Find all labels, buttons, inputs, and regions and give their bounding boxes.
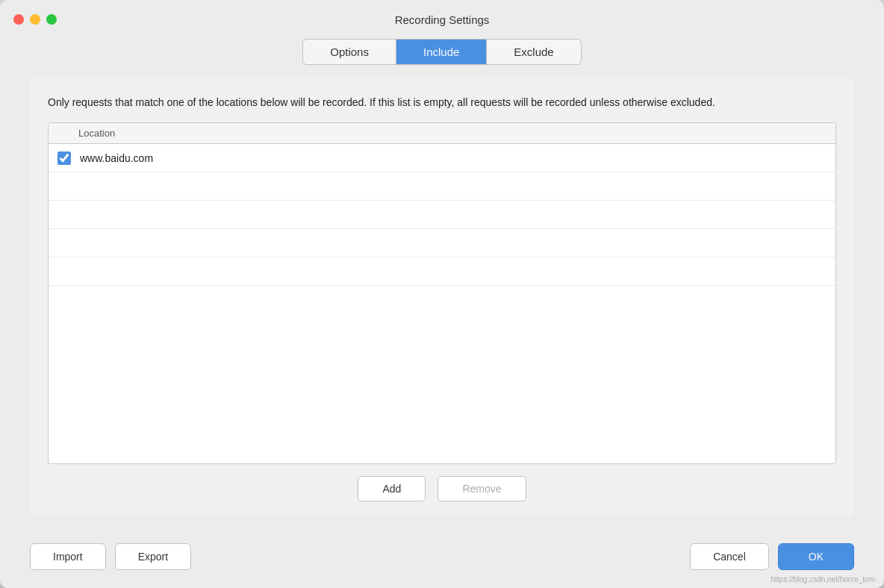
footer: Import Export Cancel OK [0, 531, 884, 588]
tab-exclude[interactable]: Exclude [487, 40, 580, 64]
tab-group: Options Include Exclude [302, 39, 581, 65]
window-title: Recording Settings [395, 13, 490, 26]
remove-button[interactable]: Remove [438, 476, 526, 501]
footer-right: Cancel OK [690, 543, 854, 570]
content-area: Options Include Exclude Only requests th… [0, 39, 884, 531]
table-header: Location [49, 123, 835, 144]
add-button[interactable]: Add [358, 476, 426, 501]
empty-row [49, 172, 835, 201]
action-buttons: Add Remove [48, 476, 836, 501]
import-button[interactable]: Import [30, 543, 106, 570]
empty-rows [49, 172, 835, 314]
window: Recording Settings Options Include Exclu… [0, 0, 884, 588]
row-location: www.baidu.com [80, 152, 153, 164]
empty-row [49, 257, 835, 286]
include-panel: Only requests that match one of the loca… [30, 77, 854, 516]
row-checkbox[interactable] [57, 151, 71, 165]
location-column-header: Location [78, 128, 115, 139]
panel-description: Only requests that match one of the loca… [48, 95, 836, 110]
empty-row [49, 201, 835, 229]
footer-left: Import Export [30, 543, 191, 570]
table-row[interactable]: www.baidu.com [49, 144, 835, 172]
location-table: Location www.baidu.com [48, 122, 836, 464]
ok-button[interactable]: OK [778, 543, 854, 570]
tab-include[interactable]: Include [396, 40, 487, 64]
tab-options[interactable]: Options [303, 40, 396, 64]
empty-row [49, 229, 835, 257]
export-button[interactable]: Export [115, 543, 191, 570]
tabs-row: Options Include Exclude [30, 39, 854, 65]
window-controls [13, 14, 57, 25]
maximize-button[interactable] [46, 14, 57, 25]
empty-row [49, 286, 835, 314]
watermark: https://blog.csdn.net/horce_tom [771, 575, 875, 584]
cancel-button[interactable]: Cancel [690, 543, 769, 570]
close-button[interactable] [13, 14, 24, 25]
minimize-button[interactable] [30, 14, 40, 25]
title-bar: Recording Settings [0, 0, 884, 39]
